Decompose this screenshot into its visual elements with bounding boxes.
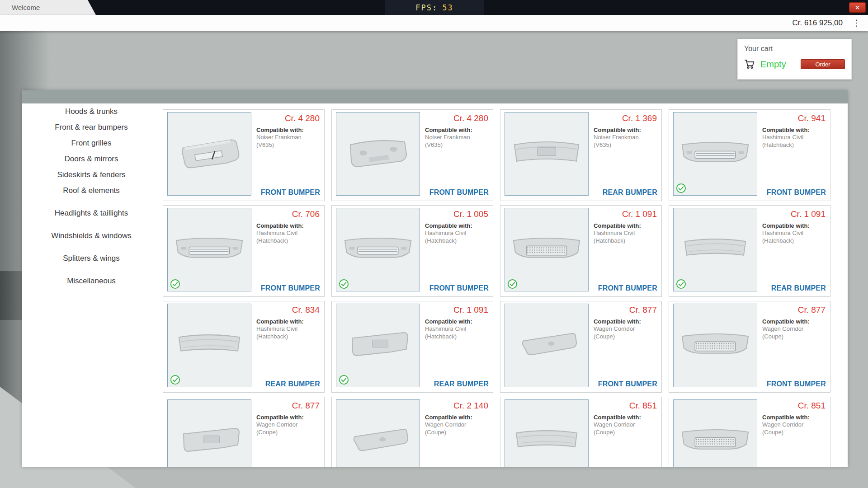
compatible-label: Compatible with: xyxy=(762,318,810,325)
compatible-label: Compatible with: xyxy=(425,222,472,229)
product-image xyxy=(167,208,251,291)
owned-check-icon xyxy=(507,279,518,289)
product-card[interactable]: Cr. 4 280 Compatible with: Noiser Frankm… xyxy=(163,109,325,201)
order-button[interactable]: Order xyxy=(801,59,845,69)
compatible-label: Compatible with: xyxy=(425,127,472,133)
balance-text: Cr. 616 925,00 xyxy=(792,15,843,31)
card-price: Cr. 1 091 xyxy=(791,209,826,219)
bumper-render-icon xyxy=(674,400,757,467)
fps-label: FPS: xyxy=(415,3,438,12)
part-type-label: FRONT BUMPER xyxy=(767,380,826,388)
product-card[interactable]: Cr. 1 005 Compatible with: Hashimura Civ… xyxy=(331,205,493,297)
compatible-label: Compatible with: xyxy=(762,222,810,229)
product-card[interactable]: Cr. 877 Compatible with: Wagen Corridor … xyxy=(500,301,662,393)
part-type-label: FRONT BUMPER xyxy=(261,284,320,292)
compatible-label: Compatible with: xyxy=(425,414,472,421)
product-card[interactable]: Cr. 834 Compatible with: Hashimura Civil… xyxy=(163,301,325,393)
product-card[interactable]: Cr. 1 091 Compatible with: Hashimura Civ… xyxy=(669,205,830,297)
shopping-cart-icon xyxy=(744,59,755,70)
sidebar-item-label: Headlights & taillights xyxy=(55,209,128,217)
card-price: Cr. 877 xyxy=(798,305,826,315)
compatible-value: Hashimura Civil (Hatchback) xyxy=(256,230,320,245)
top-bar: Welcome FPS: 53 ✕ xyxy=(0,0,868,15)
card-price: Cr. 877 xyxy=(629,305,657,315)
sidebar-item-sideskirts-fenders[interactable]: Sideskirts & fenders xyxy=(22,167,160,183)
bumper-render-icon xyxy=(168,400,251,467)
cart-status: Empty xyxy=(760,59,786,70)
product-card[interactable]: Cr. 851 Compatible with: Wagen Corridor … xyxy=(500,397,662,467)
compatible-label: Compatible with: xyxy=(594,127,641,133)
product-card[interactable]: Cr. 1 091 Compatible with: Hashimura Civ… xyxy=(331,301,493,393)
sidebar-item-windshields-windows[interactable]: Windshields & windows xyxy=(22,228,160,244)
compatible-value: Hashimura Civil (Hatchback) xyxy=(256,325,320,341)
product-card[interactable]: Cr. 941 Compatible with: Hashimura Civil… xyxy=(669,109,830,201)
compatible-label: Compatible with: xyxy=(594,414,641,421)
product-card[interactable]: Cr. 877 Compatible with: Wagen Corridor … xyxy=(669,301,830,393)
shop-panel: Hoods & trunks Front & rear bumpers Fron… xyxy=(22,90,848,467)
bumper-render-icon xyxy=(336,400,420,467)
card-price: Cr. 706 xyxy=(292,209,320,219)
part-type-label: FRONT BUMPER xyxy=(429,188,489,197)
sidebar-item-label: Doors & mirrors xyxy=(64,155,118,163)
compatible-label: Compatible with: xyxy=(594,222,641,229)
bumper-render-icon xyxy=(505,113,588,195)
sidebar-item-label: Roof & elements xyxy=(63,186,120,195)
product-card[interactable]: Cr. 851 Compatible with: Wagen Corridor … xyxy=(669,397,830,467)
product-image xyxy=(673,208,757,291)
product-image xyxy=(505,399,589,467)
sidebar-item-splitters-wings[interactable]: Splitters & wings xyxy=(22,250,160,266)
product-card[interactable]: Cr. 1 369 Compatible with: Noiser Frankm… xyxy=(500,109,662,201)
product-card[interactable]: Cr. 4 280 Compatible with: Noiser Frankm… xyxy=(331,109,493,201)
product-image xyxy=(505,208,589,291)
part-type-label: REAR BUMPER xyxy=(265,380,320,388)
card-price: Cr. 1 005 xyxy=(453,209,488,219)
compatible-label: Compatible with: xyxy=(256,127,304,133)
bumper-render-icon xyxy=(336,113,420,195)
sidebar-item-label: Hoods & trunks xyxy=(65,107,118,116)
close-button[interactable]: ✕ xyxy=(849,2,866,13)
owned-check-icon xyxy=(676,183,686,193)
product-card[interactable]: Cr. 877 Compatible with: Wagen Corridor … xyxy=(163,397,325,467)
part-type-label: FRONT BUMPER xyxy=(767,188,826,197)
product-image xyxy=(673,304,757,387)
sidebar-item-miscellaneous[interactable]: Miscellaneous xyxy=(22,273,160,289)
owned-check-icon xyxy=(170,279,180,289)
sidebar-item-roof-elements[interactable]: Roof & elements xyxy=(22,183,160,198)
part-type-label: REAR BUMPER xyxy=(771,284,826,292)
bumper-render-icon xyxy=(505,400,588,467)
sidebar-item-front-rear-bumpers[interactable]: Front & rear bumpers xyxy=(22,119,160,135)
product-image xyxy=(505,304,589,387)
card-price: Cr. 4 280 xyxy=(285,113,320,123)
product-card[interactable]: Cr. 2 140 Compatible with: Wagen Corrido… xyxy=(331,397,493,467)
bumper-render-icon xyxy=(168,113,251,195)
card-price: Cr. 834 xyxy=(292,305,320,315)
tab-welcome[interactable]: Welcome xyxy=(0,0,96,15)
part-type-label: REAR BUMPER xyxy=(434,380,489,388)
product-card[interactable]: Cr. 1 091 Compatible with: Hashimura Civ… xyxy=(500,205,662,297)
sidebar-item-headlights-taillights[interactable]: Headlights & taillights xyxy=(22,205,160,221)
product-image xyxy=(336,304,420,387)
product-image xyxy=(505,112,589,196)
card-price: Cr. 851 xyxy=(798,401,826,411)
product-card[interactable]: Cr. 706 Compatible with: Hashimura Civil… xyxy=(163,205,325,297)
cart-panel: Your cart Empty Order xyxy=(737,39,852,80)
header-bar: Cr. 616 925,00 ⋮ xyxy=(0,15,868,31)
compatible-value: Wagen Corridor (Coupe) xyxy=(762,325,826,341)
sidebar-item-label: Front grilles xyxy=(71,139,112,147)
sidebar-item-label: Splitters & wings xyxy=(63,254,120,263)
sidebar-item-doors-mirrors[interactable]: Doors & mirrors xyxy=(22,151,160,167)
close-icon: ✕ xyxy=(855,5,859,11)
compatible-value: Wagen Corridor (Coupe) xyxy=(594,421,657,436)
sidebar-item-hoods-trunks[interactable]: Hoods & trunks xyxy=(22,103,160,119)
product-image xyxy=(336,399,420,467)
sidebar-item-front-grilles[interactable]: Front grilles xyxy=(22,135,160,151)
compatible-label: Compatible with: xyxy=(256,414,304,421)
cart-title: Your cart xyxy=(744,45,845,53)
compatible-value: Hashimura Civil (Hatchback) xyxy=(762,134,826,149)
kebab-menu-icon[interactable]: ⋮ xyxy=(852,15,861,31)
product-image xyxy=(336,208,420,291)
sidebar-item-label: Miscellaneous xyxy=(67,277,116,285)
compatible-label: Compatible with: xyxy=(762,414,810,421)
sidebar-item-label: Windshields & windows xyxy=(51,231,132,240)
card-price: Cr. 2 140 xyxy=(453,401,488,411)
